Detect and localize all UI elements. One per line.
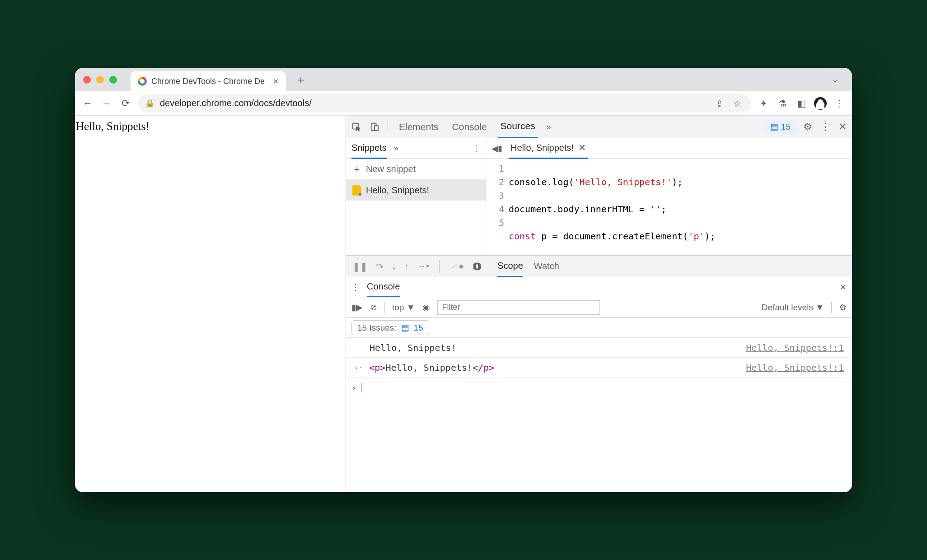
side-panel-icon[interactable]: ◧ bbox=[795, 98, 808, 109]
tab-title: Chrome DevTools - Chrome De bbox=[151, 77, 265, 86]
console-settings-icon[interactable]: ⚙ bbox=[839, 302, 847, 313]
snippets-tab[interactable]: Snippets bbox=[351, 138, 387, 159]
chrome-favicon-icon bbox=[138, 77, 147, 86]
maximize-window-button[interactable] bbox=[109, 76, 117, 84]
debugger-bar: ❚❚ ↷ ↓ ↑ →• ⟋● Scope Watch bbox=[346, 256, 852, 277]
page-body-text: Hello, Snippets! bbox=[76, 120, 150, 132]
open-file-tab[interactable]: Hello, Snippets! ✕ bbox=[509, 138, 588, 159]
step-out-icon[interactable]: ↑ bbox=[404, 261, 409, 271]
log-levels-selector[interactable]: Default levels ▼ bbox=[762, 303, 824, 313]
more-tabs-icon[interactable]: » bbox=[546, 121, 551, 132]
console-message: ‹· <p>Hello, Snippets!</p> Hello, Snippe… bbox=[346, 358, 852, 378]
live-expression-icon[interactable]: ◉ bbox=[422, 302, 430, 313]
expand-icon[interactable]: ‹· bbox=[354, 363, 363, 372]
issues-chip[interactable]: 15 Issues: ▤ 15 bbox=[351, 320, 429, 335]
step-icon[interactable]: →• bbox=[417, 261, 429, 271]
step-over-icon[interactable]: ↷ bbox=[376, 261, 384, 272]
tab-search-button[interactable]: ⌄ bbox=[826, 75, 844, 84]
issues-badge[interactable]: ▤ 15 bbox=[766, 120, 795, 134]
drawer-console-tab[interactable]: Console bbox=[367, 277, 400, 297]
close-drawer-icon[interactable]: ✕ bbox=[840, 282, 847, 292]
navigator-pane: Snippets » ⋮ ＋ New snippet Hello, Snippe… bbox=[346, 138, 486, 255]
editor-tab-bar: ◀▮ Hello, Snippets! ✕ bbox=[486, 138, 852, 159]
share-icon[interactable]: ⇪ bbox=[713, 98, 726, 109]
console-filter-input[interactable] bbox=[437, 300, 600, 315]
settings-gear-icon[interactable]: ⚙ bbox=[803, 121, 812, 133]
browser-toolbar: ← → ⟳ 🔒 developer.chrome.com/docs/devtoo… bbox=[75, 91, 852, 116]
close-window-button[interactable] bbox=[83, 76, 91, 84]
prompt-icon: › bbox=[351, 383, 356, 392]
pause-exceptions-icon[interactable] bbox=[472, 261, 482, 271]
labs-icon[interactable]: ⚗ bbox=[776, 98, 789, 109]
show-navigator-icon[interactable]: ◀▮ bbox=[492, 144, 502, 154]
context-selector[interactable]: top ▼ bbox=[392, 303, 415, 313]
step-into-icon[interactable]: ↓ bbox=[392, 261, 396, 271]
new-tab-button[interactable]: ＋ bbox=[295, 72, 307, 88]
snippet-file-icon bbox=[352, 185, 361, 196]
console-prompt[interactable]: › bbox=[346, 378, 852, 397]
close-devtools-icon[interactable]: ✕ bbox=[838, 121, 847, 133]
clear-console-icon[interactable]: ⊘ bbox=[370, 302, 377, 313]
page-viewport: Hello, Snippets! bbox=[75, 116, 346, 492]
deactivate-breakpoints-icon[interactable]: ⟋● bbox=[449, 261, 464, 271]
forward-button[interactable]: → bbox=[100, 98, 113, 109]
watch-tab[interactable]: Watch bbox=[534, 256, 559, 277]
extensions-icon[interactable]: ✦ bbox=[757, 98, 770, 109]
snippet-item[interactable]: Hello, Snippets! bbox=[346, 180, 486, 201]
sources-panel: Snippets » ⋮ ＋ New snippet Hello, Snippe… bbox=[346, 138, 852, 256]
scope-tab[interactable]: Scope bbox=[497, 256, 523, 277]
tab-strip: Chrome DevTools - Chrome De ✕ ＋ ⌄ bbox=[75, 68, 852, 91]
svg-rect-4 bbox=[476, 264, 478, 268]
chat-icon: ▤ bbox=[770, 121, 778, 132]
message-source-link[interactable]: Hello, Snippets!:1 bbox=[746, 342, 844, 353]
issues-row: 15 Issues: ▤ 15 bbox=[346, 318, 852, 338]
pause-icon[interactable]: ❚❚ bbox=[352, 261, 368, 272]
nav-more-tabs-icon[interactable]: » bbox=[394, 144, 398, 153]
lock-icon: 🔒 bbox=[145, 99, 154, 107]
url-text: developer.chrome.com/docs/devtools/ bbox=[160, 98, 707, 108]
message-text: Hello, Snippets! bbox=[370, 342, 457, 353]
device-toggle-icon[interactable] bbox=[370, 122, 379, 132]
console-toolbar: ▮▶ ⊘ top ▼ ◉ Default levels ▼ ⚙ bbox=[346, 297, 852, 318]
address-bar[interactable]: 🔒 developer.chrome.com/docs/devtools/ ⇪ … bbox=[138, 94, 751, 112]
console-sidebar-toggle-icon[interactable]: ▮▶ bbox=[351, 302, 363, 313]
console-message: Hello, Snippets! Hello, Snippets!:1 bbox=[346, 338, 852, 358]
tab-console[interactable]: Console bbox=[449, 116, 490, 138]
editor-pane: ◀▮ Hello, Snippets! ✕ 1 2 3 4 5 bbox=[486, 138, 852, 255]
bookmark-icon[interactable]: ☆ bbox=[731, 98, 744, 109]
text-cursor bbox=[361, 383, 361, 392]
snippet-name: Hello, Snippets! bbox=[366, 185, 429, 196]
new-snippet-button[interactable]: ＋ New snippet bbox=[346, 159, 486, 180]
nav-menu-icon[interactable]: ⋮ bbox=[472, 144, 480, 154]
back-button[interactable]: ← bbox=[81, 98, 94, 109]
drawer-tab-bar: ⋮ Console ✕ bbox=[346, 277, 852, 297]
browser-window: Chrome DevTools - Chrome De ✕ ＋ ⌄ ← → ⟳ … bbox=[75, 68, 852, 492]
devtools-panel: Elements Console Sources » ▤ 15 ⚙ ⋮ ✕ Sn… bbox=[346, 116, 852, 492]
tab-elements[interactable]: Elements bbox=[396, 116, 441, 138]
reload-button[interactable]: ⟳ bbox=[119, 98, 132, 109]
drawer-menu-icon[interactable]: ⋮ bbox=[351, 282, 360, 292]
chrome-menu-button[interactable]: ⋮ bbox=[833, 98, 846, 109]
profile-avatar[interactable] bbox=[814, 97, 827, 110]
navigator-tabs: Snippets » ⋮ bbox=[346, 138, 486, 159]
close-file-icon[interactable]: ✕ bbox=[578, 142, 586, 153]
chat-icon: ▤ bbox=[401, 322, 409, 333]
browser-tab[interactable]: Chrome DevTools - Chrome De ✕ bbox=[131, 71, 286, 91]
minimize-window-button[interactable] bbox=[96, 76, 104, 84]
debug-controls: ❚❚ ↷ ↓ ↑ →• ⟋● bbox=[346, 260, 488, 273]
plus-icon: ＋ bbox=[352, 163, 361, 175]
message-source-link[interactable]: Hello, Snippets!:1 bbox=[746, 362, 844, 373]
close-tab-button[interactable]: ✕ bbox=[273, 77, 279, 86]
console-drawer: ⋮ Console ✕ ▮▶ ⊘ top ▼ ◉ Default levels … bbox=[346, 277, 852, 492]
devtools-tab-bar: Elements Console Sources » ▤ 15 ⚙ ⋮ ✕ bbox=[346, 116, 852, 138]
debug-sidebar-tabs: Scope Watch bbox=[497, 256, 559, 277]
window-controls bbox=[83, 76, 117, 84]
devtools-menu-icon[interactable]: ⋮ bbox=[820, 121, 830, 133]
tab-sources[interactable]: Sources bbox=[498, 116, 538, 138]
svg-rect-2 bbox=[375, 126, 378, 131]
inspect-icon[interactable] bbox=[351, 122, 361, 132]
content-area: Hello, Snippets! Elements Console Source… bbox=[75, 116, 852, 492]
